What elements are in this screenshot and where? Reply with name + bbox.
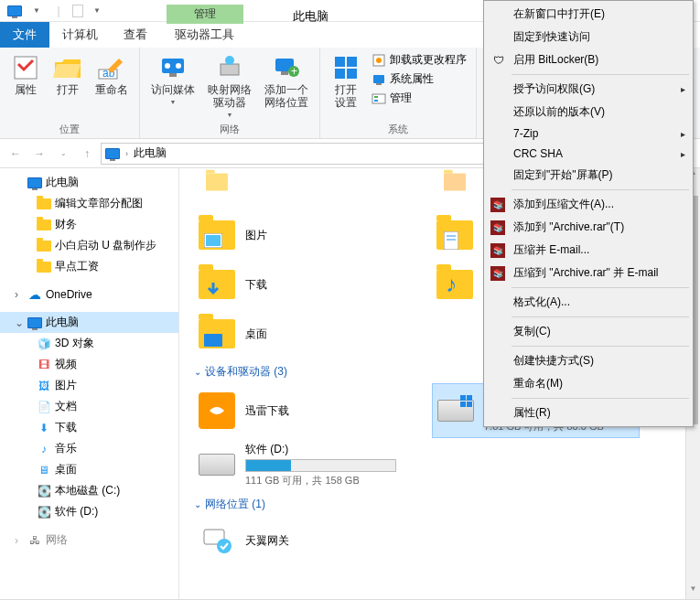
svg-text:+: +: [291, 65, 297, 78]
address-icon: [105, 148, 120, 159]
folder-downloads[interactable]: 下载: [194, 260, 404, 309]
manage-button[interactable]: 管理: [370, 90, 468, 107]
tree-soft-d[interactable]: 💽软件 (D:): [0, 501, 178, 522]
download-icon: ⬇: [37, 421, 51, 435]
rename-button[interactable]: ab 重命名: [92, 51, 132, 99]
add-network-location-button[interactable]: + 添加一个 网络位置: [261, 51, 312, 112]
tab-file[interactable]: 文件: [0, 22, 49, 48]
open-settings-button[interactable]: 打开 设置: [328, 51, 364, 112]
tree-downloads[interactable]: ⬇下载: [0, 417, 178, 438]
video-icon: 🎞: [37, 358, 51, 372]
ctx-restore[interactable]: 还原以前的版本(V): [486, 101, 691, 123]
ctx-separator: [512, 74, 689, 75]
ctx-compress-rar-email[interactable]: 📚压缩到 "Archive.rar" 并 E-mail: [486, 262, 691, 284]
tree-finance[interactable]: 财务: [0, 214, 178, 235]
tab-computer[interactable]: 计算机: [49, 22, 111, 48]
collapse-icon[interactable]: ⌄: [15, 316, 24, 329]
ctx-add-archive[interactable]: 📚添加到压缩文件(A)...: [486, 193, 691, 216]
ctx-copy[interactable]: 复制(C): [486, 320, 691, 343]
svg-rect-16: [347, 69, 357, 79]
drive-icon: 💽: [37, 505, 51, 520]
svg-rect-33: [467, 402, 472, 407]
tree-desktop[interactable]: 🖥桌面: [0, 459, 178, 480]
tab-drive-tools[interactable]: 驱动器工具: [166, 22, 243, 48]
ctx-grant-access[interactable]: 授予访问权限(G): [486, 78, 691, 101]
expand-icon[interactable]: ›: [15, 288, 24, 301]
uninstall-button[interactable]: 卸载或更改程序: [370, 51, 468, 69]
svg-rect-31: [467, 395, 472, 401]
tree-this-pc[interactable]: ⌄此电脑: [0, 312, 178, 333]
tree-network[interactable]: ›🖧网络: [0, 530, 178, 551]
forward-button[interactable]: →: [29, 144, 49, 164]
section-network[interactable]: ⌄ 网络位置 (1): [194, 491, 685, 516]
access-media-button[interactable]: 访问媒体 ▼: [147, 51, 199, 107]
history-dropdown[interactable]: ⌄: [53, 144, 73, 164]
ribbon-group-location: 属性 打开 ab 重命名 位置: [0, 48, 140, 138]
tree-this-pc-quick[interactable]: 此电脑: [0, 172, 178, 193]
ctx-crc[interactable]: CRC SHA: [486, 144, 691, 164]
ctx-rename[interactable]: 重命名(M): [486, 372, 691, 395]
tree-3d-objects[interactable]: 🧊3D 对象: [0, 333, 178, 354]
back-button[interactable]: ←: [5, 144, 26, 164]
item-soft-d[interactable]: 软件 (D:) 111 GB 可用，共 158 GB: [194, 438, 400, 491]
item-xunlei[interactable]: 迅雷下载: [194, 383, 404, 438]
svg-rect-13: [335, 57, 345, 67]
ctx-properties[interactable]: 属性(R): [486, 402, 691, 424]
folder-pictures[interactable]: 图片: [194, 210, 404, 260]
navigation-tree[interactable]: 此电脑 编辑文章部分配图 财务 小白启动 U 盘制作步 早点工资 ›☁OneDr…: [0, 168, 179, 599]
svg-rect-29: [204, 334, 222, 347]
folder-desktop[interactable]: 桌面: [194, 309, 404, 359]
open-button[interactable]: 打开: [49, 51, 86, 99]
svg-rect-10: [281, 71, 288, 75]
tab-view[interactable]: 查看: [111, 22, 160, 48]
svg-rect-21: [372, 94, 385, 103]
ctx-separator: [512, 316, 689, 317]
ctx-compress-email[interactable]: 📚压缩并 E-mail...: [486, 239, 691, 262]
up-button[interactable]: ↑: [77, 144, 97, 164]
cloud-icon: ☁: [27, 287, 42, 302]
ctx-pin-quick[interactable]: 固定到快速访问: [486, 26, 691, 48]
ctx-bitlocker[interactable]: 🛡启用 BitLocker(B): [486, 48, 691, 71]
folder-partial[interactable]: [194, 168, 404, 207]
ctx-open-new-window[interactable]: 在新窗口中打开(E): [486, 3, 691, 26]
tree-pictures[interactable]: 🖼图片: [0, 375, 178, 396]
tree-edit-folder[interactable]: 编辑文章部分配图: [0, 193, 178, 214]
ctx-separator: [512, 189, 689, 190]
tree-local-c[interactable]: 💽本地磁盘 (C:): [0, 480, 178, 501]
svg-rect-23: [374, 100, 378, 102]
tree-morning[interactable]: 早点工资: [0, 256, 178, 277]
tree-onedrive[interactable]: ›☁OneDrive: [0, 284, 178, 305]
properties-button[interactable]: 属性: [7, 51, 44, 99]
address-text: 此电脑: [134, 145, 167, 161]
svg-point-8: [225, 56, 234, 65]
svg-rect-7: [221, 64, 239, 75]
map-network-drive-button[interactable]: 映射网络 驱动器 ▼: [204, 51, 255, 120]
svg-rect-19: [373, 75, 384, 83]
ctx-7zip[interactable]: 7-Zip: [486, 123, 691, 144]
qat-dropdown2-icon[interactable]: ▼: [89, 3, 105, 19]
svg-point-5: [176, 63, 181, 69]
disk-usage-bar: [245, 459, 396, 472]
ctx-format[interactable]: 格式化(A)...: [486, 291, 691, 314]
tree-music[interactable]: ♪音乐: [0, 438, 178, 459]
desktop-icon: 🖥: [37, 463, 51, 477]
tree-videos[interactable]: 🎞视频: [0, 354, 178, 375]
tree-documents[interactable]: 📄文档: [0, 396, 178, 417]
svg-rect-30: [460, 395, 466, 401]
svg-point-35: [217, 539, 232, 553]
qat-doc-icon[interactable]: [72, 5, 83, 17]
qat-dropdown-icon[interactable]: ▼: [28, 3, 45, 19]
chevron-right-icon: ›: [125, 149, 128, 158]
tree-xiaobai[interactable]: 小白启动 U 盘制作步: [0, 235, 178, 256]
ctx-separator: [512, 346, 689, 347]
ctx-create-shortcut[interactable]: 创建快捷方式(S): [486, 349, 691, 372]
ctx-pin-start[interactable]: 固定到"开始"屏幕(P): [486, 164, 691, 187]
item-tianyi[interactable]: 天翼网关: [194, 516, 404, 565]
system-properties-button[interactable]: 系统属性: [370, 70, 468, 88]
dropdown-icon: ▼: [227, 112, 233, 118]
contextual-tab-group: 管理 驱动器工具: [166, 5, 243, 48]
ctx-add-rar[interactable]: 📚添加到 "Archive.rar"(T): [486, 216, 691, 239]
app-icon: [6, 3, 23, 19]
ctx-separator: [512, 398, 689, 399]
svg-point-4: [165, 63, 170, 69]
